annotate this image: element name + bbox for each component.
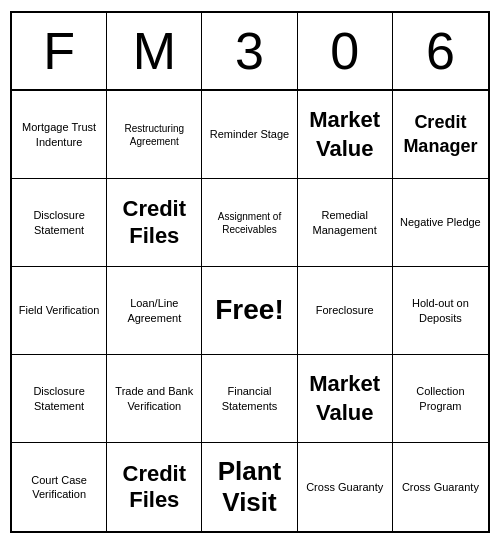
bingo-cell-4: Credit Manager (393, 91, 488, 179)
header-letter-3: 3 (202, 13, 297, 89)
bingo-cell-14: Hold-out on Deposits (393, 267, 488, 355)
bingo-cell-3: Market Value (298, 91, 393, 179)
bingo-cell-12: Free! (202, 267, 297, 355)
bingo-card: FM306 Mortgage Trust IndentureRestructur… (10, 11, 490, 533)
bingo-cell-8: Remedial Management (298, 179, 393, 267)
bingo-cell-16: Trade and Bank Verification (107, 355, 202, 443)
bingo-cell-0: Mortgage Trust Indenture (12, 91, 107, 179)
bingo-cell-19: Collection Program (393, 355, 488, 443)
header-letter-F: F (12, 13, 107, 89)
bingo-cell-7: Assignment of Receivables (202, 179, 297, 267)
bingo-cell-18: Market Value (298, 355, 393, 443)
header-letter-0: 0 (298, 13, 393, 89)
bingo-cell-23: Cross Guaranty (298, 443, 393, 531)
bingo-cell-5: Disclosure Statement (12, 179, 107, 267)
header-letter-6: 6 (393, 13, 488, 89)
bingo-cell-21: Credit Files (107, 443, 202, 531)
bingo-cell-22: Plant Visit (202, 443, 297, 531)
bingo-cell-10: Field Verification (12, 267, 107, 355)
bingo-cell-2: Reminder Stage (202, 91, 297, 179)
header-letter-M: M (107, 13, 202, 89)
bingo-cell-11: Loan/Line Agreement (107, 267, 202, 355)
bingo-cell-9: Negative Pledge (393, 179, 488, 267)
bingo-cell-13: Foreclosure (298, 267, 393, 355)
bingo-cell-24: Cross Guaranty (393, 443, 488, 531)
bingo-cell-17: Financial Statements (202, 355, 297, 443)
bingo-grid: Mortgage Trust IndentureRestructuring Ag… (12, 91, 488, 531)
bingo-cell-20: Court Case Verification (12, 443, 107, 531)
bingo-cell-1: Restructuring Agreement (107, 91, 202, 179)
bingo-cell-6: Credit Files (107, 179, 202, 267)
bingo-cell-15: Disclosure Statement (12, 355, 107, 443)
bingo-header: FM306 (12, 13, 488, 91)
